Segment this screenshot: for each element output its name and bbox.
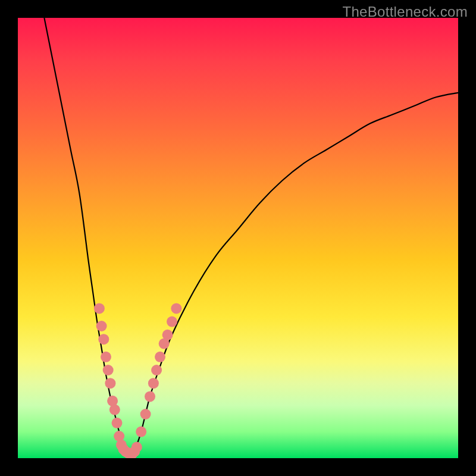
marker-dot xyxy=(148,378,159,389)
marker-dot xyxy=(140,409,151,419)
marker-dot xyxy=(171,303,181,314)
marker-dot xyxy=(136,427,146,437)
left-branch-curve xyxy=(44,18,128,454)
chart-frame: TheBottleneck.com xyxy=(0,0,476,476)
marker-dot xyxy=(105,378,115,389)
right-branch-curve xyxy=(132,93,458,454)
chart-svg xyxy=(18,18,458,458)
marker-dot xyxy=(112,418,123,428)
marker-dot xyxy=(98,334,109,345)
marker-dot xyxy=(96,321,107,331)
marker-dot xyxy=(167,317,177,327)
marker-dot xyxy=(109,405,120,415)
marker-dot xyxy=(131,442,142,453)
marker-group xyxy=(94,303,182,458)
marker-dot xyxy=(151,365,162,375)
marker-dot xyxy=(145,391,155,402)
marker-dot xyxy=(103,365,114,375)
marker-dot xyxy=(155,352,165,362)
plot-area xyxy=(18,18,458,458)
watermark-label: TheBottleneck.com xyxy=(342,4,468,20)
marker-dot xyxy=(162,330,173,340)
marker-dot xyxy=(101,352,111,362)
marker-dot xyxy=(94,303,105,314)
